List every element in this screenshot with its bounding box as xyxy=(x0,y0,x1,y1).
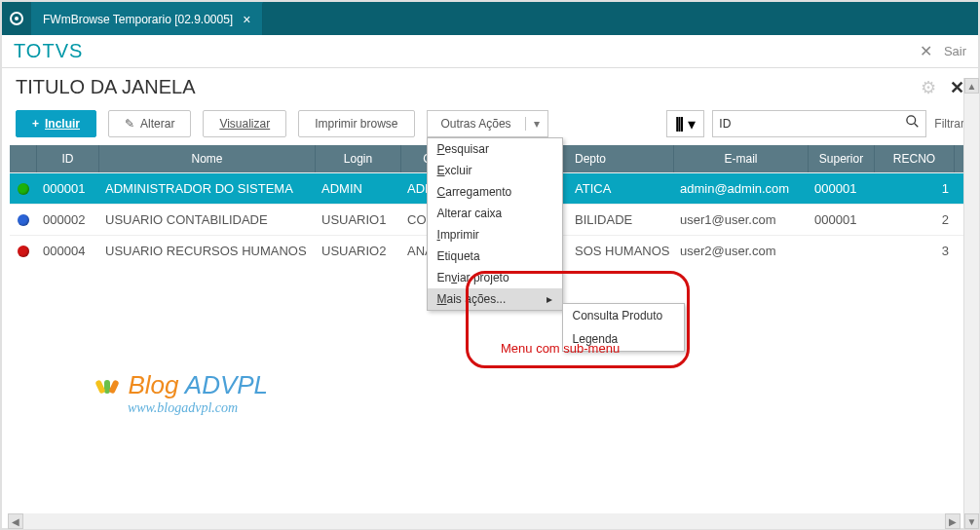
tab-close-icon[interactable]: × xyxy=(243,12,250,27)
close-app-icon[interactable]: ✕ xyxy=(920,42,932,60)
filter-link[interactable]: Filtrar xyxy=(934,117,964,131)
cell-email: user2@user.com xyxy=(674,244,809,258)
menu-item[interactable]: Etiqueta xyxy=(428,246,562,267)
col-superior[interactable]: Superior xyxy=(809,145,875,172)
col-email[interactable]: E-mail xyxy=(674,145,809,172)
cell-login: ADMIN xyxy=(316,181,401,196)
cell-email: user1@user.com xyxy=(674,212,809,227)
status-dot-icon xyxy=(18,214,29,226)
blog-logo: Blog ADVPL www.blogadvpl.com xyxy=(97,370,268,416)
cell-superior: 000001 xyxy=(809,181,875,196)
logo-text-2: ADVPL xyxy=(185,370,268,399)
status-dot-icon xyxy=(18,183,29,195)
column-view-button[interactable]: ||| ▾ xyxy=(666,110,704,137)
cell-login: USUARIO2 xyxy=(316,244,401,258)
svg-point-2 xyxy=(907,116,916,125)
svg-line-3 xyxy=(915,124,919,128)
caret-down-icon: ▾ xyxy=(688,115,696,133)
view-label: Visualizar xyxy=(219,117,270,131)
columns-icon: ||| xyxy=(675,115,682,132)
cell-nome: USUARIO CONTABILIDADE xyxy=(99,212,316,227)
horizontal-scrollbar[interactable]: ◀ ▶ xyxy=(8,513,961,529)
pencil-icon: ✎ xyxy=(125,117,134,131)
app-icon xyxy=(2,11,31,26)
menu-item[interactable]: Pesquisar xyxy=(428,138,562,160)
tab-label: FWmBrowse Temporario [02.9.0005] xyxy=(43,13,233,26)
cell-id: 000001 xyxy=(37,181,99,196)
close-icon[interactable]: ✕ xyxy=(950,77,964,98)
col-recno[interactable]: RECNO xyxy=(875,145,955,172)
view-button[interactable]: Visualizar xyxy=(203,110,286,137)
cell-recno: 1 xyxy=(875,181,955,196)
col-status[interactable] xyxy=(10,145,37,172)
menu-item[interactable]: Imprimir xyxy=(428,224,562,246)
window-header: TITULO DA JANELA ⚙ ✕ xyxy=(2,68,978,106)
cell-recno: 3 xyxy=(875,244,955,258)
menu-item[interactable]: Enviar projeto xyxy=(428,267,562,288)
submenu-item[interactable]: Legenda xyxy=(563,327,684,351)
cell-recno: 2 xyxy=(875,212,955,227)
brand-logo: TOTVS xyxy=(14,40,83,62)
cell-email: admin@admin.com xyxy=(674,181,809,196)
other-actions-dropdown[interactable]: Outras Ações ▾ PesquisarExcluirCarregame… xyxy=(427,110,548,137)
menu-item[interactable]: Excluir xyxy=(428,160,562,181)
menu-item[interactable]: Mais ações...▸ xyxy=(428,288,562,310)
logo-url: www.blogadvpl.com xyxy=(97,400,268,416)
logo-text-1: Blog xyxy=(129,370,185,399)
menu-item[interactable]: Carregamento xyxy=(428,181,562,203)
other-actions-submenu: Consulta ProdutoLegenda xyxy=(562,303,685,352)
cell-login: USUARIO1 xyxy=(316,212,401,227)
alter-label: Alterar xyxy=(140,117,174,131)
submenu-item[interactable]: Consulta Produto xyxy=(563,304,684,327)
print-label: Imprimir browse xyxy=(315,117,397,131)
cell-id: 000004 xyxy=(37,244,99,258)
menu-item[interactable]: Alterar caixa xyxy=(428,203,562,224)
cell-id: 000002 xyxy=(37,212,99,227)
vertical-scrollbar[interactable]: ▲ ▼ xyxy=(963,78,979,529)
cell-nome: ADMINISTRADOR DO SISTEMA xyxy=(99,181,316,196)
scroll-right-icon[interactable]: ▶ xyxy=(945,513,961,529)
caret-down-icon: ▾ xyxy=(525,117,540,131)
search-input-group xyxy=(712,110,926,137)
cell-nome: USUARIO RECURSOS HUMANOS xyxy=(99,244,316,258)
app-titlebar: FWmBrowse Temporario [02.9.0005] × xyxy=(2,2,978,35)
submenu-arrow-icon: ▸ xyxy=(547,292,552,306)
other-actions-label: Outras Ações xyxy=(441,117,511,131)
gear-icon[interactable]: ⚙ xyxy=(921,77,936,98)
col-nome[interactable]: Nome xyxy=(99,145,316,172)
include-label: Incluir xyxy=(45,117,80,131)
toolbar: + Incluir ✎ Alterar Visualizar Imprimir … xyxy=(2,106,978,145)
tab-main[interactable]: FWmBrowse Temporario [02.9.0005] × xyxy=(31,2,263,35)
plus-icon: + xyxy=(32,117,39,131)
col-login[interactable]: Login xyxy=(316,145,401,172)
brand-bar: TOTVS ✕ Sair xyxy=(2,35,978,68)
scroll-left-icon[interactable]: ◀ xyxy=(8,513,23,529)
exit-label[interactable]: Sair xyxy=(944,44,966,58)
alter-button[interactable]: ✎ Alterar xyxy=(108,110,191,137)
scroll-up-icon[interactable]: ▲ xyxy=(964,78,979,94)
status-dot-icon xyxy=(18,246,29,257)
print-browse-button[interactable]: Imprimir browse xyxy=(298,110,414,137)
page-title: TITULO DA JANELA xyxy=(16,76,196,98)
search-input[interactable] xyxy=(719,117,906,131)
other-actions-menu: PesquisarExcluirCarregamentoAlterar caix… xyxy=(427,137,563,311)
logo-rays-icon xyxy=(97,370,118,400)
include-button[interactable]: + Incluir xyxy=(16,110,96,137)
svg-point-1 xyxy=(15,17,19,20)
cell-superior: 000001 xyxy=(809,212,875,227)
scroll-down-icon[interactable]: ▼ xyxy=(964,513,979,529)
search-icon[interactable] xyxy=(906,115,920,132)
col-id[interactable]: ID xyxy=(37,145,99,172)
